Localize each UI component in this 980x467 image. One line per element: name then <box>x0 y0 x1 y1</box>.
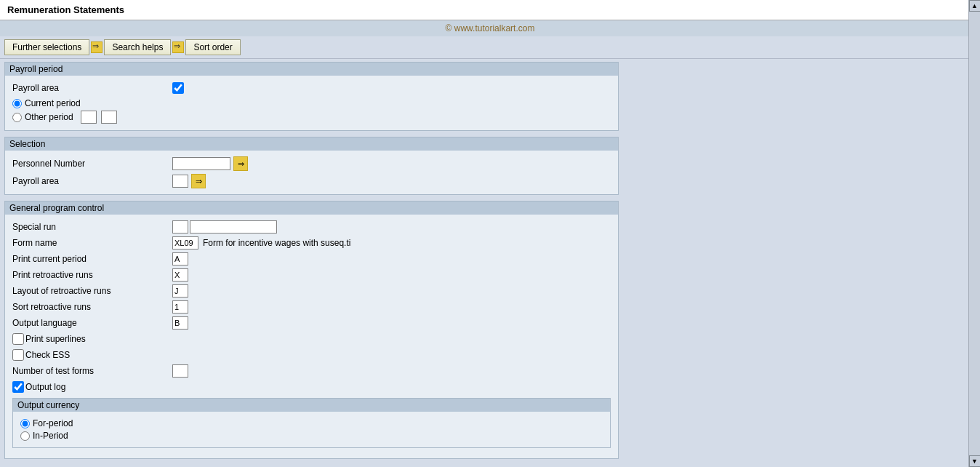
scroll-down-arrow[interactable]: ▼ <box>969 455 981 467</box>
sort-retroactive-runs-label: Sort retroactive runs <box>12 302 172 312</box>
form-name-description: Form for incentive wages with suseq.ti <box>203 238 350 248</box>
other-period-input2[interactable] <box>101 111 117 124</box>
layout-retroactive-runs-input[interactable] <box>172 284 188 298</box>
personnel-number-label: Personnel Number <box>12 159 172 169</box>
form-name-input[interactable] <box>172 236 198 250</box>
payroll-period-header: Payroll period <box>5 63 618 76</box>
number-test-forms-label: Number of test forms <box>12 366 172 376</box>
print-retroactive-runs-input[interactable] <box>172 268 188 282</box>
selection-section: Selection Personnel Number ⇒ Payroll are… <box>4 137 619 195</box>
general-program-control-header: General program control <box>5 201 618 215</box>
period-radio-group: Current period Other period <box>12 96 611 126</box>
special-run-input1[interactable] <box>172 220 188 234</box>
other-period-label: Other period <box>25 112 73 122</box>
sort-order-label: Sort order <box>193 42 232 52</box>
sort-retroactive-runs-row: Sort retroactive runs <box>12 299 611 315</box>
number-test-forms-row: Number of test forms <box>12 363 611 379</box>
layout-retroactive-runs-label: Layout of retroactive runs <box>12 286 172 296</box>
special-run-label: Special run <box>12 222 172 232</box>
form-name-label: Form name <box>12 238 172 248</box>
search-helps-label: Search helps <box>112 42 163 52</box>
toolbar: Further selections Search helps Sort ord… <box>0 36 980 59</box>
print-retroactive-runs-row: Print retroactive runs <box>12 267 611 283</box>
current-period-label: Current period <box>25 98 81 108</box>
for-period-radio[interactable] <box>20 419 30 428</box>
selection-body: Personnel Number ⇒ Payroll area ⇒ <box>5 151 618 194</box>
personnel-number-lookup[interactable]: ⇒ <box>233 156 248 171</box>
for-period-row: For-period <box>20 418 603 428</box>
personnel-number-row: Personnel Number ⇒ <box>12 155 611 172</box>
current-period-radio[interactable] <box>12 99 22 108</box>
selection-payroll-area-lookup[interactable]: ⇒ <box>191 174 206 188</box>
personnel-number-input[interactable] <box>172 157 230 170</box>
sort-order-button[interactable]: Sort order <box>185 39 240 55</box>
special-run-input2[interactable] <box>190 220 277 234</box>
payroll-period-section: Payroll period Payroll area Current peri… <box>4 62 619 131</box>
other-period-row: Other period <box>12 111 611 124</box>
payroll-area-label: Payroll area <box>12 83 172 93</box>
for-period-label: For-period <box>33 418 73 428</box>
output-currency-radio-group: For-period In-Period <box>20 416 603 443</box>
output-currency-header: Output currency <box>13 399 610 412</box>
further-selections-button[interactable]: Further selections <box>4 39 89 55</box>
output-log-checkbox[interactable] <box>12 381 24 393</box>
scrollbar-right: ▲ ▼ <box>968 0 980 467</box>
in-period-radio[interactable] <box>20 431 30 441</box>
check-ess-label: Check ESS <box>25 350 70 360</box>
layout-retroactive-runs-row: Layout of retroactive runs <box>12 283 611 299</box>
payroll-area-row: Payroll area <box>12 80 611 96</box>
search-helps-button[interactable]: Search helps <box>104 39 171 55</box>
page-title: Remuneration Statements <box>7 4 124 15</box>
scroll-track[interactable] <box>969 12 980 455</box>
selection-payroll-area-label: Payroll area <box>12 176 172 186</box>
payroll-period-body: Payroll area Current period Other period <box>5 76 618 130</box>
special-run-row: Special run <box>12 219 611 235</box>
number-test-forms-input[interactable] <box>172 364 188 378</box>
other-period-radio[interactable] <box>12 113 22 122</box>
scroll-up-arrow[interactable]: ▲ <box>969 0 981 12</box>
output-log-row: Output log <box>12 379 611 395</box>
output-language-row: Output language <box>12 315 611 331</box>
arrow-icon-1 <box>91 41 103 53</box>
output-language-label: Output language <box>12 318 172 328</box>
selection-header: Selection <box>5 137 618 151</box>
payroll-area-checkbox[interactable] <box>172 82 184 94</box>
print-superlines-row: Print superlines <box>12 331 611 347</box>
in-period-label: In-Period <box>33 431 68 441</box>
arrow-icon-2 <box>172 41 184 53</box>
output-language-input[interactable] <box>172 316 188 330</box>
print-superlines-checkbox[interactable] <box>12 333 24 345</box>
selection-payroll-area-row: Payroll area ⇒ <box>12 172 611 190</box>
general-program-control-body: Special run Form name Form for incentive… <box>5 215 618 458</box>
further-selections-label: Further selections <box>12 42 81 52</box>
output-log-label: Output log <box>25 382 65 392</box>
print-current-period-label: Print current period <box>12 254 172 264</box>
current-period-row: Current period <box>12 98 611 108</box>
check-ess-checkbox[interactable] <box>12 349 24 361</box>
print-superlines-label: Print superlines <box>25 334 86 344</box>
other-period-input1[interactable] <box>81 111 97 124</box>
title-bar: Remuneration Statements <box>0 0 980 20</box>
print-current-period-row: Print current period <box>12 251 611 267</box>
in-period-row: In-Period <box>20 431 603 441</box>
output-currency-section: Output currency For-period In-Period <box>12 398 611 448</box>
watermark-bar: © www.tutorialkart.com <box>0 20 980 36</box>
sort-retroactive-runs-input[interactable] <box>172 300 188 314</box>
main-content: Payroll period Payroll area Current peri… <box>0 59 980 467</box>
print-current-period-input[interactable] <box>172 252 188 266</box>
output-currency-body: For-period In-Period <box>13 412 610 447</box>
print-retroactive-runs-label: Print retroactive runs <box>12 270 172 280</box>
selection-payroll-area-input[interactable] <box>172 175 188 188</box>
general-program-control-section: General program control Special run Form… <box>4 201 619 459</box>
form-name-row: Form name Form for incentive wages with … <box>12 235 611 251</box>
watermark-text: © www.tutorialkart.com <box>446 23 535 33</box>
check-ess-row: Check ESS <box>12 347 611 363</box>
